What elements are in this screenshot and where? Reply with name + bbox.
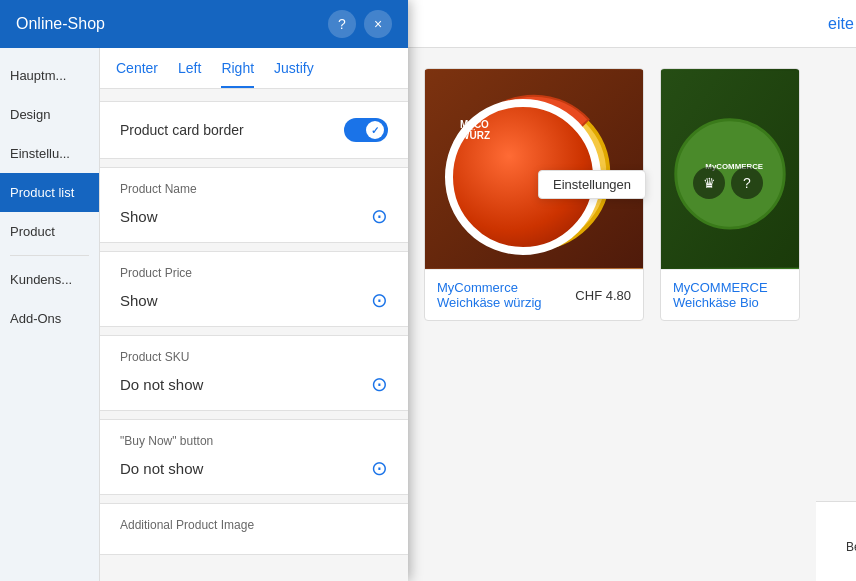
- tab-right[interactable]: Right: [221, 60, 254, 88]
- help-button[interactable]: ?: [328, 10, 356, 38]
- help-circle-icon-button[interactable]: ?: [731, 167, 763, 199]
- shop-top-bar: eite: [408, 0, 856, 48]
- product-price-label: Product Price: [120, 266, 388, 280]
- product-info-1: MyCommerceWeichkäse würzig CHF 4.80: [425, 269, 643, 320]
- toggle-check-icon: ✓: [371, 125, 379, 136]
- product-sku-setting: Product SKU Do not show ⊙: [100, 335, 408, 411]
- product-price-setting: Product Price Show ⊙: [100, 251, 408, 327]
- sidebar-item-product-list[interactable]: Product list: [0, 173, 99, 212]
- buy-now-button-value-row: Do not show ⊙: [120, 456, 388, 480]
- online-shop-dialog: Online-Shop ? × Hauptm... Design Einstel…: [0, 0, 408, 581]
- product-price-1: CHF 4.80: [575, 288, 631, 303]
- sidebar-item-design[interactable]: Design: [0, 95, 99, 134]
- svg-text:MyCO: MyCO: [509, 156, 535, 166]
- dialog-title-bar: Online-Shop ? ×: [0, 0, 408, 48]
- buy-now-button-dropdown-icon[interactable]: ⊙: [371, 456, 388, 480]
- sidebar-item-kundens[interactable]: Kundens...: [0, 260, 99, 299]
- product-sku-label: Product SKU: [120, 350, 388, 364]
- bottom-bar: ☑ Bestellungen verfolgen W...: [816, 501, 856, 581]
- close-button[interactable]: ×: [364, 10, 392, 38]
- sidebar-item-einstellu[interactable]: Einstellu...: [0, 134, 99, 173]
- product-name-dropdown-icon[interactable]: ⊙: [371, 204, 388, 228]
- tab-justify[interactable]: Justify: [274, 60, 314, 88]
- sidebar-item-add-ons[interactable]: Add-Ons: [0, 299, 99, 338]
- tab-left[interactable]: Left: [178, 60, 201, 88]
- product-price-value: Show: [120, 292, 158, 309]
- einstellungen-label: Einstellungen: [553, 177, 631, 192]
- product-price-value-row: Show ⊙: [120, 288, 388, 312]
- product-sku-dropdown-icon[interactable]: ⊙: [371, 372, 388, 396]
- additional-product-image-setting: Additional Product Image: [100, 503, 408, 555]
- product-card-border-section: Product card border ✓: [100, 101, 408, 159]
- buy-now-button-value: Do not show: [120, 460, 203, 477]
- toggle-track: ✓: [344, 118, 388, 142]
- shop-page-label: eite: [828, 15, 854, 33]
- sidebar-item-hauptm[interactable]: Hauptm...: [0, 56, 99, 95]
- dialog-title: Online-Shop: [16, 15, 105, 33]
- product-name-value-row: Show ⊙: [120, 204, 388, 228]
- sidebar-item-product[interactable]: Product: [0, 212, 99, 251]
- tab-center[interactable]: Center: [116, 60, 158, 88]
- product-info-2: MyCOMMERCEWeichkäse Bio: [661, 269, 799, 320]
- bestellungen-label: Bestellungen: [846, 540, 856, 554]
- svg-text:WÜRZIG: WÜRZIG: [506, 169, 538, 178]
- product-price-dropdown-icon[interactable]: ⊙: [371, 288, 388, 312]
- settings-content: Product card border ✓ Product Name Show: [100, 89, 408, 581]
- icon-buttons-group: ♛ ?: [693, 167, 763, 199]
- product-image-1: MyCO WÜRZIG ♛: [425, 69, 643, 269]
- bestellungen-item[interactable]: ☑ Bestellungen verfolgen: [846, 512, 856, 572]
- buy-now-button-setting: "Buy Now" button Do not show ⊙: [100, 419, 408, 495]
- additional-product-image-label: Additional Product Image: [120, 518, 388, 532]
- product-sku-value-row: Do not show ⊙: [120, 372, 388, 396]
- product-name-setting: Product Name Show ⊙: [100, 167, 408, 243]
- sidebar: Hauptm... Design Einstellu... Product li…: [0, 48, 100, 581]
- product-sku-value: Do not show: [120, 376, 203, 393]
- product-card-border-label: Product card border: [120, 122, 244, 138]
- dialog-body: Hauptm... Design Einstellu... Product li…: [0, 48, 408, 581]
- shop-background: eite: [408, 0, 856, 581]
- product-name-1: MyCommerceWeichkäse würzig: [437, 280, 542, 310]
- svg-rect-1: [425, 70, 643, 268]
- sidebar-divider: [10, 255, 89, 256]
- crown-icon-button[interactable]: ♛: [693, 167, 725, 199]
- product-name-2: MyCOMMERCEWeichkäse Bio: [673, 280, 768, 310]
- buy-now-button-label: "Buy Now" button: [120, 434, 388, 448]
- product-name-value: Show: [120, 208, 158, 225]
- product-card-border-toggle[interactable]: ✓: [344, 118, 388, 142]
- dialog-title-actions: ? ×: [328, 10, 392, 38]
- product-name-label: Product Name: [120, 182, 388, 196]
- main-panel: Center Left Right Justify Product card b…: [100, 48, 408, 581]
- toggle-thumb: ✓: [366, 121, 384, 139]
- einstellungen-tooltip[interactable]: Einstellungen: [538, 170, 646, 199]
- alignment-tabs: Center Left Right Justify: [100, 48, 408, 89]
